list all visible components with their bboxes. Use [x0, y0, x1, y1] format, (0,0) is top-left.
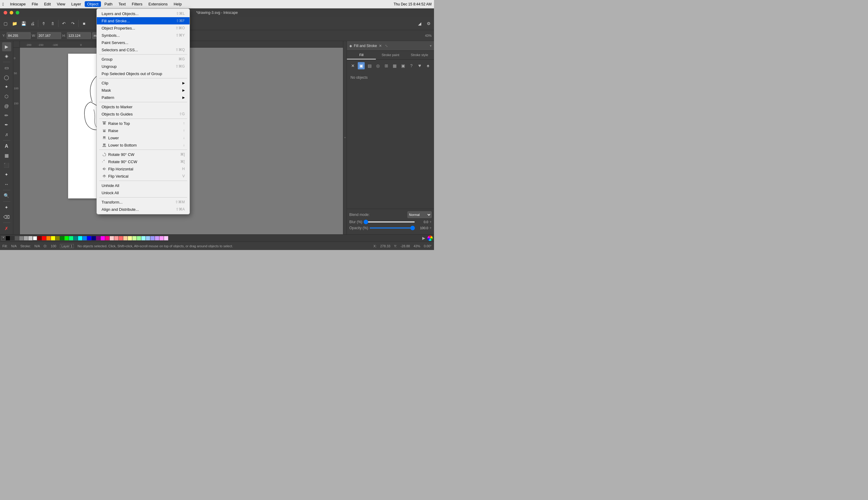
tab-stroke-paint[interactable]: Stroke paint	[376, 51, 405, 59]
menu-ungroup[interactable]: Ungroup ⇧⌘G	[97, 63, 189, 70]
color-swatch[interactable]	[56, 236, 60, 240]
menu-layers-objects[interactable]: Layers and Objects... ⇧⌘L	[97, 10, 189, 17]
menu-rotate-cw[interactable]: Rotate 90° CW ⌘]	[97, 151, 189, 158]
menu-selectors-css[interactable]: Selectors and CSS... ⇧⌘Q	[97, 46, 189, 53]
menu-paint-servers[interactable]: Paint Servers...	[97, 39, 189, 46]
menu-symbols[interactable]: Symbols... ⇧⌘Y	[97, 32, 189, 39]
menu-text[interactable]: Text	[116, 1, 128, 7]
color-swatch[interactable]	[123, 236, 127, 240]
panel-close-button[interactable]: ✕	[379, 44, 382, 48]
menu-pattern[interactable]: Pattern ▶	[97, 94, 189, 101]
menu-objects-to-marker[interactable]: Objects to Marker	[97, 103, 189, 110]
menu-unhide-all[interactable]: Unhide All	[97, 182, 189, 189]
color-swatch[interactable]	[87, 236, 91, 240]
save-button[interactable]: 💾	[19, 19, 28, 28]
color-swatch-x[interactable]: ✕	[1, 236, 5, 240]
color-swatch[interactable]	[15, 236, 19, 240]
menu-path[interactable]: Path	[102, 1, 115, 7]
menu-layer[interactable]: Layer	[69, 1, 83, 7]
color-wheel[interactable]	[427, 236, 433, 241]
menu-objects-to-guides[interactable]: Objects to Guides ⇧G	[97, 110, 189, 117]
color-swatch[interactable]	[83, 236, 87, 240]
color-swatch[interactable]	[164, 236, 168, 240]
undo-button[interactable]: ↶	[60, 19, 68, 28]
node-tool[interactable]: ◈	[2, 52, 11, 61]
x-button[interactable]: ✗	[2, 224, 11, 233]
menu-lower-to-bottom[interactable]: Lower to Bottom ↓	[97, 141, 189, 149]
menu-raise-to-top[interactable]: Raise to Top ↑	[97, 120, 189, 127]
3d-tool[interactable]: ⬡	[2, 92, 11, 101]
color-swatch[interactable]	[155, 236, 159, 240]
menu-transform[interactable]: Transform... ⇧⌘M	[97, 198, 189, 206]
unset-btn[interactable]: ?	[408, 62, 415, 69]
gradient-tool[interactable]: ▦	[2, 151, 11, 160]
import-button[interactable]: ⇮	[39, 19, 48, 28]
tab-fill[interactable]: Fill	[347, 51, 376, 59]
dropper-tool[interactable]: ✦	[2, 170, 11, 179]
radial-grad-btn[interactable]: ◎	[374, 62, 382, 69]
swatch-btn[interactable]: ▣	[400, 62, 407, 69]
panel-toggle[interactable]: ‣	[343, 41, 347, 234]
opacity-increment[interactable]: +	[429, 226, 431, 230]
apple-menu[interactable]: 	[2, 2, 4, 7]
color-swatch[interactable]	[28, 236, 33, 240]
flat-color-btn[interactable]: ▣	[358, 62, 365, 69]
color-swatch[interactable]	[150, 236, 154, 240]
menu-lower[interactable]: Lower ↓	[97, 134, 189, 141]
pencil-tool[interactable]: ✏	[2, 111, 11, 120]
color-swatch[interactable]	[37, 236, 42, 240]
color-swatch[interactable]	[96, 236, 100, 240]
color-swatch[interactable]	[65, 236, 69, 240]
menu-fill-stroke[interactable]: Fill and Stroke... ⇧⌘F	[97, 17, 189, 24]
menu-view[interactable]: View	[55, 1, 68, 7]
zoom-tool[interactable]: 🔍	[2, 192, 11, 201]
menu-align-distribute[interactable]: Align and Distribute... ⇧⌘A	[97, 206, 189, 213]
zoom-fit[interactable]: ■	[80, 19, 88, 28]
mesh-grad-btn[interactable]: ⊞	[383, 62, 390, 69]
eraser-tool[interactable]: ⌫	[2, 213, 11, 221]
menu-file[interactable]: File	[29, 1, 40, 7]
menu-rotate-ccw[interactable]: Rotate 90° CCW ⌘[	[97, 158, 189, 165]
menu-raise[interactable]: Raise ↑	[97, 127, 189, 134]
color-swatch[interactable]	[10, 236, 14, 240]
color-swatch[interactable]	[19, 236, 23, 240]
menu-pop-group[interactable]: Pop Selected Objects out of Group	[97, 70, 189, 77]
color-swatch[interactable]	[42, 236, 46, 240]
color-swatch[interactable]	[146, 236, 150, 240]
color-swatch[interactable]	[6, 236, 10, 240]
open-button[interactable]: 📁	[10, 19, 19, 28]
no-paint-btn[interactable]: ✕	[349, 62, 357, 69]
panel-options[interactable]: ▾	[430, 44, 431, 48]
color-swatch[interactable]	[105, 236, 109, 240]
menu-flip-h[interactable]: Flip Horizontal H	[97, 165, 189, 172]
color-swatch[interactable]	[60, 236, 64, 240]
w-input[interactable]	[37, 32, 61, 39]
palette-scroll-right[interactable]: ▶	[420, 236, 427, 240]
text-tool[interactable]: A	[2, 142, 11, 151]
color-swatch[interactable]	[160, 236, 164, 240]
menu-flip-v[interactable]: Flip Vertical V	[97, 172, 189, 180]
opacity-slider[interactable]	[370, 227, 415, 229]
color-swatch[interactable]	[46, 236, 51, 240]
menu-clip[interactable]: Clip ▶	[97, 79, 189, 87]
menu-extensions[interactable]: Extensions	[146, 1, 170, 7]
menu-group[interactable]: Group ⌘G	[97, 56, 189, 63]
export-button[interactable]: ⇯	[48, 19, 57, 28]
menu-help[interactable]: Help	[171, 1, 184, 7]
color-swatch[interactable]	[119, 236, 123, 240]
color-swatch[interactable]	[110, 236, 114, 240]
layer-indicator[interactable]: Layer 1	[60, 244, 74, 248]
pen-tool[interactable]: ✒	[2, 121, 11, 130]
color-swatch[interactable]	[92, 236, 96, 240]
star-tool[interactable]: ✦	[2, 82, 11, 91]
settings-btn[interactable]: ⚙	[424, 19, 433, 28]
select-tool[interactable]: ▶	[2, 42, 11, 51]
color-swatch[interactable]	[114, 236, 118, 240]
color-swatch[interactable]	[128, 236, 132, 240]
color-swatch[interactable]	[132, 236, 137, 240]
menu-object-props[interactable]: Object Properties... ⇧⌘O	[97, 24, 189, 32]
tab-stroke-style[interactable]: Stroke style	[405, 51, 434, 59]
rect-tool[interactable]: ▭	[2, 63, 11, 72]
color-swatch[interactable]	[141, 236, 146, 240]
color-swatch[interactable]	[33, 236, 37, 240]
